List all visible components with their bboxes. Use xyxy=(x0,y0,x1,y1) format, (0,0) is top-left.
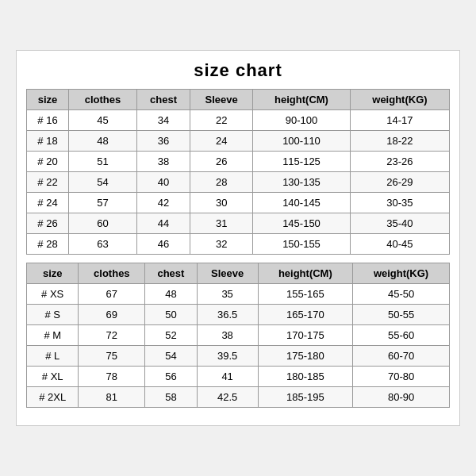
table-cell: 115-125 xyxy=(253,152,351,172)
table-row: # XS674835155-16545-50 xyxy=(27,284,450,305)
table-cell: 14-17 xyxy=(350,110,449,131)
table-cell: # 2XL xyxy=(27,387,79,408)
table-cell: 175-180 xyxy=(258,346,353,367)
table-row: # 18483624100-11018-22 xyxy=(27,131,450,152)
col-header: chest xyxy=(145,263,197,284)
table1-body: # 1645342290-10014-17# 18483624100-11018… xyxy=(27,110,450,255)
col-header: weight(KG) xyxy=(350,90,449,110)
col-header: weight(KG) xyxy=(353,263,450,284)
table-cell: 145-150 xyxy=(253,213,351,234)
table-row: # 28634632150-15540-45 xyxy=(27,234,450,255)
table-cell: # 28 xyxy=(27,234,69,255)
table-cell: 39.5 xyxy=(197,346,258,367)
table-cell: 55-60 xyxy=(353,325,450,346)
table-cell: 130-135 xyxy=(253,172,351,193)
table-cell: # XS xyxy=(27,284,79,305)
table-cell: 36.5 xyxy=(197,305,258,325)
table-cell: 140-145 xyxy=(253,193,351,213)
table-cell: 63 xyxy=(68,234,136,255)
col-header: clothes xyxy=(68,90,136,110)
table-cell: 185-195 xyxy=(258,387,353,408)
table-cell: 18-22 xyxy=(350,131,449,152)
table-cell: 100-110 xyxy=(253,131,351,152)
table-cell: 28 xyxy=(190,172,253,193)
table-cell: # M xyxy=(27,325,79,346)
table-cell: 50-55 xyxy=(353,305,450,325)
chart-title: size chart xyxy=(26,60,450,81)
table-row: # 24574230140-14530-35 xyxy=(27,193,450,213)
table-cell: 23-26 xyxy=(350,152,449,172)
table-row: # L755439.5175-18060-70 xyxy=(27,346,450,367)
table-cell: 54 xyxy=(145,346,197,367)
table-cell: 35 xyxy=(197,284,258,305)
table-row: # 2XL815842.5185-19580-90 xyxy=(27,387,450,408)
col-header: size xyxy=(27,263,79,284)
table-cell: 50 xyxy=(145,305,197,325)
table-cell: 56 xyxy=(145,367,197,387)
table-cell: 165-170 xyxy=(258,305,353,325)
col-header: Sleeve xyxy=(190,90,253,110)
table-cell: 30 xyxy=(190,193,253,213)
table-cell: 150-155 xyxy=(253,234,351,255)
table-cell: 155-165 xyxy=(258,284,353,305)
table-cell: 42 xyxy=(137,193,190,213)
table-cell: # 16 xyxy=(27,110,69,131)
table-cell: 35-40 xyxy=(350,213,449,234)
table-cell: 36 xyxy=(137,131,190,152)
table-row: # 20513826115-12523-26 xyxy=(27,152,450,172)
table-cell: 60-70 xyxy=(353,346,450,367)
table-cell: 26-29 xyxy=(350,172,449,193)
col-header: height(CM) xyxy=(253,90,351,110)
table-cell: 38 xyxy=(137,152,190,172)
table-row: # 1645342290-10014-17 xyxy=(27,110,450,131)
table-cell: 46 xyxy=(137,234,190,255)
table2-header: sizeclotheschestSleeveheight(CM)weight(K… xyxy=(27,263,450,284)
table-cell: # 18 xyxy=(27,131,69,152)
table-cell: 51 xyxy=(68,152,136,172)
table-cell: 38 xyxy=(197,325,258,346)
col-header: chest xyxy=(137,90,190,110)
table-cell: 32 xyxy=(190,234,253,255)
table1-header: sizeclotheschestSleeveheight(CM)weight(K… xyxy=(27,90,450,110)
table-row: # 26604431145-15035-40 xyxy=(27,213,450,234)
table-cell: 60 xyxy=(68,213,136,234)
table-cell: 170-175 xyxy=(258,325,353,346)
col-header: height(CM) xyxy=(258,263,353,284)
table-cell: 72 xyxy=(79,325,145,346)
table-cell: 70-80 xyxy=(353,367,450,387)
table-row: # 22544028130-13526-29 xyxy=(27,172,450,193)
table-cell: 22 xyxy=(190,110,253,131)
table-cell: 58 xyxy=(145,387,197,408)
size-table-1: sizeclotheschestSleeveheight(CM)weight(K… xyxy=(26,89,450,255)
table-cell: 26 xyxy=(190,152,253,172)
table-cell: 54 xyxy=(68,172,136,193)
table-cell: 180-185 xyxy=(258,367,353,387)
table-cell: # 24 xyxy=(27,193,69,213)
table-cell: # 26 xyxy=(27,213,69,234)
size-table-2: sizeclotheschestSleeveheight(CM)weight(K… xyxy=(26,263,450,408)
table-cell: 48 xyxy=(68,131,136,152)
table-cell: 78 xyxy=(79,367,145,387)
table-cell: # XL xyxy=(27,367,79,387)
table-cell: 57 xyxy=(68,193,136,213)
table-cell: 24 xyxy=(190,131,253,152)
table-cell: 40-45 xyxy=(350,234,449,255)
table-cell: 44 xyxy=(137,213,190,234)
table2-body: # XS674835155-16545-50# S695036.5165-170… xyxy=(27,284,450,408)
table-cell: 81 xyxy=(79,387,145,408)
table-cell: 45-50 xyxy=(353,284,450,305)
table-cell: 48 xyxy=(145,284,197,305)
table-cell: # S xyxy=(27,305,79,325)
col-header: Sleeve xyxy=(197,263,258,284)
table-cell: 90-100 xyxy=(253,110,351,131)
table1-header-row: sizeclotheschestSleeveheight(CM)weight(K… xyxy=(27,90,450,110)
table-row: # S695036.5165-17050-55 xyxy=(27,305,450,325)
table-cell: 30-35 xyxy=(350,193,449,213)
table-cell: 41 xyxy=(197,367,258,387)
table-cell: # 20 xyxy=(27,152,69,172)
table-cell: # L xyxy=(27,346,79,367)
table-cell: 69 xyxy=(79,305,145,325)
table-row: # XL785641180-18570-80 xyxy=(27,367,450,387)
table-cell: # 22 xyxy=(27,172,69,193)
col-header: size xyxy=(27,90,69,110)
